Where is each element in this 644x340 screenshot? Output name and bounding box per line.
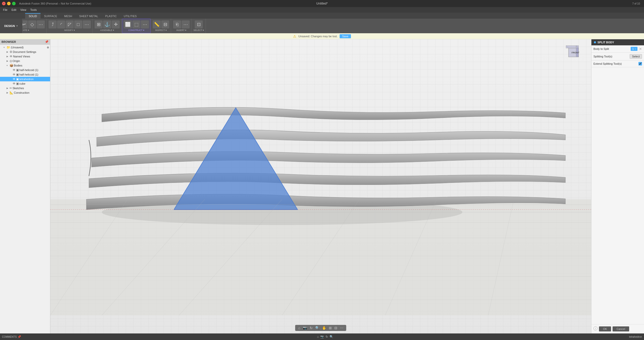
tree-folder-icon: 📁 <box>7 46 10 49</box>
tree-bodies-icon: 📦 <box>10 64 13 67</box>
modify-chamfer-btn[interactable]: ◸ <box>66 20 74 28</box>
menu-view[interactable]: View <box>18 8 28 12</box>
tree-item-root[interactable]: ▾ 📁 (Unsaved) ⚙ <box>0 45 50 50</box>
tab-info: 7 of 10 <box>632 2 640 5</box>
document-title: Untitled* <box>316 2 328 5</box>
tab-mesh[interactable]: MESH <box>61 13 76 19</box>
tree-item-named-views[interactable]: ▶ 👁 Named Views <box>0 54 50 59</box>
inspect-buttons: 📏 ⊟ <box>153 20 169 28</box>
menu-tools[interactable]: Tools <box>28 8 39 12</box>
assemble-new-comp-btn[interactable]: ⊞ <box>95 20 103 28</box>
tree-item-label: tetrahedron <box>19 78 33 81</box>
viewport[interactable]: FRONT <box>50 39 591 333</box>
nav-zoom-btn[interactable]: 🔍 <box>315 326 319 330</box>
select-filter-btn[interactable]: ⊡ <box>195 20 203 28</box>
inspect-measure-btn[interactable]: 📏 <box>153 20 161 28</box>
tree-item-sketches[interactable]: ▶ ✏ Sketches <box>0 86 50 90</box>
tree-item-origin[interactable]: ▶ ◎ Origin <box>0 59 50 63</box>
tree-body-shape-icon: ▣ <box>16 82 19 85</box>
bottom-orbit-btn[interactable]: ↻ <box>326 335 328 338</box>
insert-more-btn[interactable]: ⋯ <box>182 20 190 28</box>
tree-body-eye-icon: 👁 <box>13 77 16 81</box>
bottom-camera-btn[interactable]: 📷 <box>320 335 324 338</box>
tree-item-label: Document Settings <box>13 50 36 53</box>
splitting-tools-label: Splitting Tool(s) <box>593 55 628 58</box>
window-title: Autodesk Fusion 360 (Personal – Not for … <box>19 2 91 5</box>
nav-grid-btn[interactable]: ⊟ <box>334 326 337 330</box>
comments-pin[interactable]: 📌 <box>18 335 21 338</box>
nav-display-btn[interactable]: ⊞ <box>329 326 332 330</box>
tree-expand-icon: ▶ <box>7 60 9 62</box>
nav-more-btn[interactable]: ⋯ <box>340 326 343 330</box>
tree-item-half-helicoid-1[interactable]: 👁 ▣ half-helicoid (1) <box>0 68 50 72</box>
assemble-joint-btn[interactable]: ⚓ <box>103 20 111 28</box>
toolbar-section-construct: ⬜ ⬚ ⋯ CONSTRUCT ▾ <box>122 19 151 33</box>
nav-camera-btn[interactable]: 📷 <box>303 326 307 330</box>
tree-body-eye-icon: 👁 <box>13 82 16 85</box>
toolbar-section-insert: ⎗ ⋯ INSERT ▾ <box>172 19 191 33</box>
cancel-button[interactable]: Cancel <box>613 326 629 331</box>
extend-splitting-checkbox[interactable] <box>638 62 642 65</box>
bottom-zoom-btn[interactable]: 🔍 <box>330 335 333 338</box>
tree-item-half-helicoid-2[interactable]: 👁 ▣ half-helicoid (1) <box>0 72 50 77</box>
main-viewport-svg <box>50 39 591 333</box>
body-to-split-value[interactable]: 1 ↑ <box>631 47 637 51</box>
menu-edit[interactable]: Edit <box>10 8 18 12</box>
tree-gear-icon[interactable]: ⚙ <box>47 46 49 49</box>
body-to-split-clear[interactable]: ✕ <box>639 47 642 51</box>
extend-splitting-label: Extend Splitting Tool(s) <box>593 62 637 65</box>
tree-item-bodies[interactable]: ▾ 📦 Bodies <box>0 63 50 68</box>
bottom-home-btn[interactable]: ⌂ <box>317 335 319 338</box>
toolbar-section-assemble: ⊞ ⚓ ✛ ASSEMBLE ▾ <box>93 19 122 33</box>
tree-item-label: cube <box>19 82 25 85</box>
notification-bar: ⚠ Unsaved: Changes may be lost. Save <box>0 33 644 39</box>
tab-plastic[interactable]: PLASTIC <box>102 13 120 19</box>
inspect-label: INSPECT ▾ <box>155 29 167 31</box>
tree-construction-icon: 📐 <box>10 91 13 94</box>
tab-sheet-metal[interactable]: SHEET METAL <box>76 13 102 19</box>
maximize-button[interactable]: + <box>12 2 16 5</box>
tree-expand-icon: ▾ <box>4 46 6 49</box>
tab-solid[interactable]: SOLID <box>25 13 41 19</box>
tree-item-cube[interactable]: 👁 ▣ cube <box>0 81 50 86</box>
title-bar-left: ✕ − + Autodesk Fusion 360 (Personal – No… <box>2 2 91 5</box>
construct-more-btn[interactable]: ⋯ <box>141 20 149 28</box>
ok-button[interactable]: OK <box>599 326 611 331</box>
toolbar-tabs: SOLID SURFACE MESH SHEET METAL PLASTIC U… <box>0 13 644 19</box>
nav-orbit-btn[interactable]: ↻ <box>310 326 313 330</box>
bottom-center: ⌂ 📷 ↻ 🔍 <box>317 335 333 338</box>
split-body-panel: SPLIT BODY Body to Split 1 ↑ ✕ Splitting… <box>591 39 644 333</box>
active-body-label: tetrahedron <box>629 335 642 338</box>
inspect-section-btn[interactable]: ⊟ <box>161 20 169 28</box>
modify-fillet-btn[interactable]: ◜ <box>57 20 65 28</box>
tree-item-label: (Unsaved) <box>11 46 24 49</box>
modify-shell-btn[interactable]: □ <box>74 20 82 28</box>
create-loft-btn[interactable]: ◇ <box>28 20 36 28</box>
modify-more-btn[interactable]: ⋯ <box>83 20 91 28</box>
tab-surface[interactable]: SURFACE <box>41 13 61 19</box>
browser-pin-icon[interactable]: 📌 <box>45 40 49 44</box>
menu-file[interactable]: File <box>1 8 10 12</box>
tree-item-doc-settings[interactable]: ▶ ⚙ Document Settings <box>0 50 50 54</box>
info-icon[interactable]: i <box>593 326 597 330</box>
nav-pan-btn[interactable]: ✋ <box>322 326 326 330</box>
tab-utilities[interactable]: UTILITIES <box>120 13 140 19</box>
save-button[interactable]: Save <box>340 34 351 38</box>
construct-offset-plane-btn[interactable]: ⬜ <box>124 20 132 28</box>
tree-expand-icon: ▶ <box>7 51 9 53</box>
close-button[interactable]: ✕ <box>2 2 6 5</box>
assemble-move-btn[interactable]: ✛ <box>112 20 120 28</box>
design-label: DESIGN <box>4 24 15 27</box>
nav-home-btn[interactable]: ⌂ <box>298 326 300 330</box>
insert-svg-btn[interactable]: ⎗ <box>173 20 181 28</box>
tree-item-construction[interactable]: ▶ 📐 Construction <box>0 90 50 95</box>
minimize-button[interactable]: − <box>7 2 11 5</box>
tree-item-tetrahedron[interactable]: 👁 ▣ tetrahedron <box>0 77 50 81</box>
design-dropdown[interactable]: DESIGN ▼ <box>0 19 23 33</box>
view-cube[interactable]: FRONT <box>564 42 584 62</box>
splitting-tools-select[interactable]: Select <box>630 54 642 59</box>
tree-item-label: Origin <box>13 59 20 62</box>
modify-press-pull-btn[interactable]: ⤴ <box>49 20 57 28</box>
construct-midplane-btn[interactable]: ⬚ <box>132 20 140 28</box>
create-more-btn[interactable]: ⋯ <box>37 20 45 28</box>
